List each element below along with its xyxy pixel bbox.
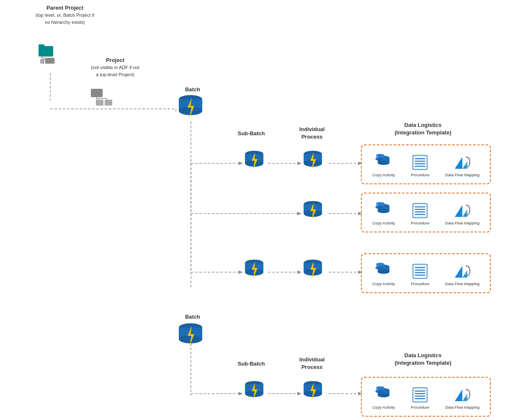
project-label: Project (not visible in ADF if not a top…: [77, 57, 153, 78]
data-flow-cell4: Data Flow Mapping: [445, 386, 479, 410]
svg-marker-132: [455, 389, 462, 401]
svg-rect-36: [91, 89, 103, 97]
svg-point-96: [378, 270, 389, 274]
svg-marker-85: [462, 209, 467, 217]
integration-box3: Copy Activity Procedure Data Flow Mappin…: [361, 253, 491, 293]
svg-point-59: [375, 157, 384, 160]
parent-project-icon: [38, 42, 61, 69]
subbatch-label1: Sub-Batch: [235, 130, 268, 137]
svg-marker-66: [455, 157, 462, 169]
svg-rect-32: [40, 59, 44, 64]
data-flow-cell2: Data Flow Mapping: [445, 202, 479, 225]
svg-marker-106: [455, 266, 462, 278]
subbatch-label2: Sub-Batch: [235, 360, 268, 368]
subbatch2-pipeline: [242, 380, 267, 403]
individual1-pipeline: [300, 150, 325, 173]
svg-rect-126: [413, 388, 427, 402]
parent-project-label: Parent Project (top level, or, Batch Pro…: [23, 4, 107, 26]
copy-activity-cell2: Copy Activity: [372, 202, 395, 225]
svg-rect-29: [39, 46, 53, 57]
svg-rect-37: [96, 100, 103, 106]
svg-point-125: [375, 390, 384, 393]
individual-process-label1: Individual Process: [293, 126, 331, 141]
subbatch1-pipeline: [242, 150, 267, 173]
procedure-cell3: Procedure: [411, 263, 429, 286]
svg-rect-30: [39, 44, 44, 47]
svg-rect-60: [413, 155, 427, 170]
data-logistics-label1: Data Logistics (Integration Template): [377, 121, 469, 137]
copy-activity-cell3: Copy Activity: [372, 263, 395, 286]
copy-activity-cell1: Copy Activity: [372, 154, 395, 177]
procedure-cell1: Procedure: [411, 154, 429, 177]
batch1-pipeline-icon: [176, 94, 205, 121]
svg-point-74: [378, 209, 389, 213]
project-icon: [90, 88, 113, 113]
batch1-label: Batch: [176, 86, 209, 93]
svg-marker-84: [455, 205, 462, 217]
svg-marker-133: [462, 394, 467, 401]
svg-rect-31: [45, 58, 54, 64]
svg-rect-38: [105, 100, 112, 106]
batch2-label: Batch: [176, 313, 209, 321]
data-flow-cell3: Data Flow Mapping: [445, 263, 479, 286]
individual-process-label2: Individual Process: [293, 356, 331, 371]
diagram-canvas: Parent Project (top level, or, Batch Pro…: [0, 0, 518, 420]
individual2-pipeline: [300, 200, 325, 223]
svg-point-99: [375, 266, 384, 269]
svg-point-56: [378, 161, 389, 165]
svg-rect-78: [413, 204, 427, 218]
integration-box4: Copy Activity Procedure Data Flow Mappin…: [361, 377, 491, 417]
svg-rect-100: [413, 264, 427, 278]
integration-box1: Copy Activity Procedure Data Flow Mappin…: [361, 144, 491, 184]
svg-point-122: [378, 393, 389, 397]
subbatch3-pipeline: [242, 259, 267, 282]
svg-point-77: [375, 206, 384, 209]
procedure-cell2: Procedure: [411, 202, 429, 225]
batch2-pipeline-icon: [176, 322, 205, 350]
svg-marker-107: [462, 270, 467, 278]
data-flow-cell1: Data Flow Mapping: [445, 154, 479, 177]
integration-box2: Copy Activity Procedure Data Flow Mappin…: [361, 193, 491, 232]
procedure-cell4: Procedure: [411, 386, 429, 410]
svg-marker-67: [462, 161, 467, 169]
copy-activity-cell4: Copy Activity: [372, 386, 395, 410]
individual3-pipeline: [300, 259, 325, 282]
individual4-pipeline: [300, 380, 325, 403]
data-logistics-label2: Data Logistics (Integration Template): [377, 352, 469, 367]
